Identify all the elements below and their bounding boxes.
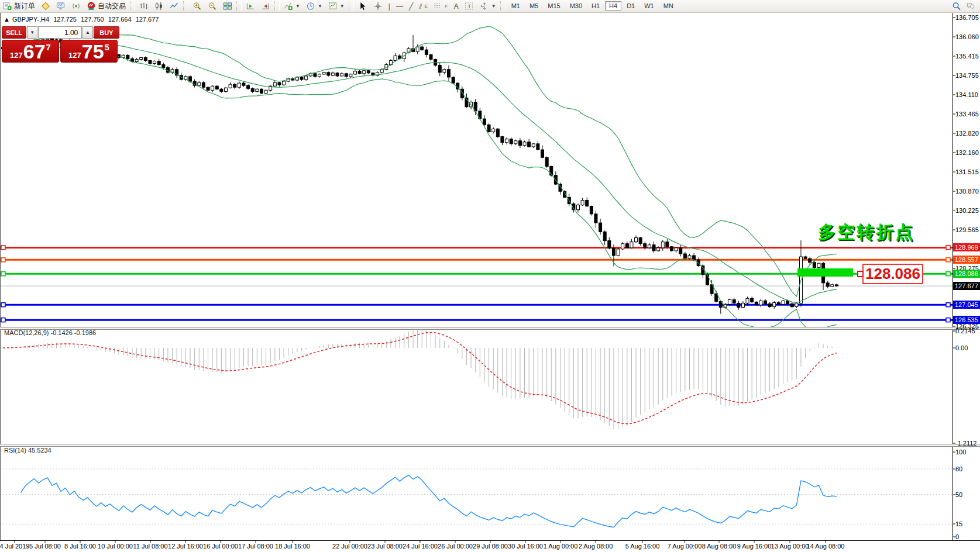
- horizontal-line-tool-button[interactable]: —: [393, 0, 406, 12]
- bid-price-button[interactable]: 127 67 7: [2, 40, 59, 63]
- timeframe-button-H4[interactable]: H4: [605, 1, 621, 11]
- volume-decrease-button[interactable]: ▼: [27, 26, 37, 39]
- fibonacci-tool-button[interactable]: F: [431, 0, 451, 12]
- chart-shift-button[interactable]: [243, 0, 258, 12]
- new-order-icon: [3, 2, 12, 11]
- zoom-out-icon: [208, 2, 217, 11]
- signal-icon: [71, 2, 81, 11]
- cursor-tool-button[interactable]: [355, 0, 370, 12]
- ohlc-high: 127.750: [81, 16, 104, 23]
- tile-windows-button[interactable]: [220, 0, 235, 12]
- text-label-icon: T: [465, 2, 474, 11]
- arrows-tool-button[interactable]: ▼: [477, 0, 499, 12]
- volume-increase-button[interactable]: ▲: [82, 26, 92, 39]
- ohlc-open: 127.725: [53, 16, 77, 23]
- auto-trading-button[interactable]: 自动交易: [84, 0, 129, 12]
- chevron-down-icon: ▼: [491, 4, 496, 9]
- monitor-icon: [56, 2, 66, 11]
- new-order-button[interactable]: 新订单: [0, 0, 38, 12]
- candlestick-chart-button[interactable]: [152, 0, 167, 12]
- fibonacci-icon: [434, 2, 443, 11]
- direction-up-icon: ▲: [4, 16, 10, 23]
- symbol-period-label: GBPJPY-,H4: [12, 16, 49, 23]
- label-tool-button[interactable]: T: [462, 0, 477, 12]
- symbol-header: ▲GBPJPY-,H4 127.725 127.750 127.664 127.…: [4, 16, 161, 23]
- trendline-icon: ╱: [409, 2, 413, 11]
- timeframe-button-MN[interactable]: MN: [659, 1, 678, 11]
- toolbar-separator: [500, 1, 506, 11]
- auto-trading-icon: [87, 2, 96, 11]
- periods-button[interactable]: ▼: [303, 0, 325, 12]
- auto-scroll-button[interactable]: [258, 0, 273, 12]
- ask-price-button[interactable]: 127 75 5: [60, 40, 118, 63]
- ask-price-point: 5: [105, 42, 109, 52]
- timeframe-button-M1[interactable]: M1: [507, 1, 524, 11]
- template-icon: [328, 2, 338, 11]
- line-chart-icon: [170, 2, 179, 11]
- bar-chart-button[interactable]: [136, 0, 152, 12]
- new-order-label: 新订单: [14, 1, 35, 11]
- ohlc-low: 127.664: [108, 16, 132, 23]
- bid-price-pips: 67: [23, 42, 46, 61]
- auto-scroll-icon: [261, 2, 270, 11]
- callout-anchor-square[interactable]: [857, 271, 864, 277]
- timeframe-button-D1[interactable]: D1: [623, 1, 639, 11]
- trendline-tool-button[interactable]: ╱: [406, 0, 416, 12]
- timeframe-button-M15[interactable]: M15: [544, 1, 564, 11]
- clock-icon: [306, 2, 315, 11]
- channel-tool-button[interactable]: ⫽E: [416, 0, 431, 12]
- text-icon: A: [454, 2, 459, 11]
- indicators-button[interactable]: ▼: [281, 0, 303, 12]
- text-tool-button[interactable]: A: [451, 0, 462, 12]
- chevron-down-icon: ▼: [295, 4, 300, 9]
- search-icon[interactable]: [952, 2, 961, 11]
- toolbar-separator: [349, 1, 354, 11]
- timeframe-button-W1[interactable]: W1: [640, 1, 658, 11]
- crosshair-icon: [373, 2, 383, 11]
- tile-windows-icon: [223, 2, 232, 11]
- volume-input[interactable]: 1.00: [38, 26, 82, 39]
- zoom-in-button[interactable]: [190, 0, 205, 12]
- toolbar: 新订单 自动交易 ▼ ▼ ▼ | — ╱: [0, 0, 980, 13]
- channel-icon: ⫽: [419, 2, 422, 11]
- chevron-down-icon: ▼: [318, 4, 322, 9]
- pane-splitter-rsi[interactable]: [0, 444, 980, 447]
- chinese-annotation: 多空转折点: [818, 220, 914, 244]
- cursor-icon: [358, 2, 367, 11]
- buy-button[interactable]: BUY: [94, 26, 119, 39]
- chart-canvas[interactable]: [0, 0, 980, 552]
- metaeditor-button[interactable]: [38, 0, 53, 12]
- timeframe-button-H1[interactable]: H1: [587, 1, 604, 11]
- vertical-line-tool-button[interactable]: |: [386, 0, 393, 12]
- terminal-button[interactable]: [53, 0, 68, 12]
- crosshair-tool-button[interactable]: [370, 0, 386, 12]
- chevron-down-icon: ▼: [340, 4, 345, 9]
- pane-splitter-macd[interactable]: [0, 327, 980, 330]
- line-chart-button[interactable]: [167, 0, 182, 12]
- svg-text:T: T: [467, 4, 471, 9]
- candlestick-chart-icon: [154, 2, 164, 11]
- timeframe-group: M1M5M15M30H1H4D1W1MN: [507, 2, 678, 11]
- toolbar-separator: [274, 1, 280, 11]
- zoom-out-button[interactable]: [205, 0, 220, 12]
- templates-button[interactable]: ▼: [325, 0, 348, 12]
- timeframe-button-M30[interactable]: M30: [566, 1, 586, 11]
- ohlc-close: 127.677: [136, 16, 159, 23]
- chat-icon[interactable]: [966, 2, 975, 11]
- mt4-window: 新订单 自动交易 ▼ ▼ ▼ | — ╱: [0, 0, 980, 552]
- toolbar-separator: [236, 1, 242, 11]
- chart-shift-icon: [246, 2, 255, 11]
- indicators-icon: [284, 2, 293, 11]
- bid-price-main: 127: [10, 51, 23, 60]
- channel-sub-label: E: [424, 4, 427, 9]
- sell-button[interactable]: SELL: [2, 26, 26, 39]
- price-callout-box[interactable]: 128.086: [862, 264, 923, 284]
- timeframe-button-M5[interactable]: M5: [525, 1, 542, 11]
- toolbar-separator: [130, 1, 135, 11]
- horizontal-line-icon: —: [396, 2, 403, 11]
- diamond-icon: [41, 2, 50, 11]
- ask-price-pips: 75: [82, 42, 104, 61]
- signals-button[interactable]: [68, 0, 84, 12]
- zoom-in-icon: [192, 2, 202, 11]
- fibonacci-sub-label: F: [445, 4, 448, 9]
